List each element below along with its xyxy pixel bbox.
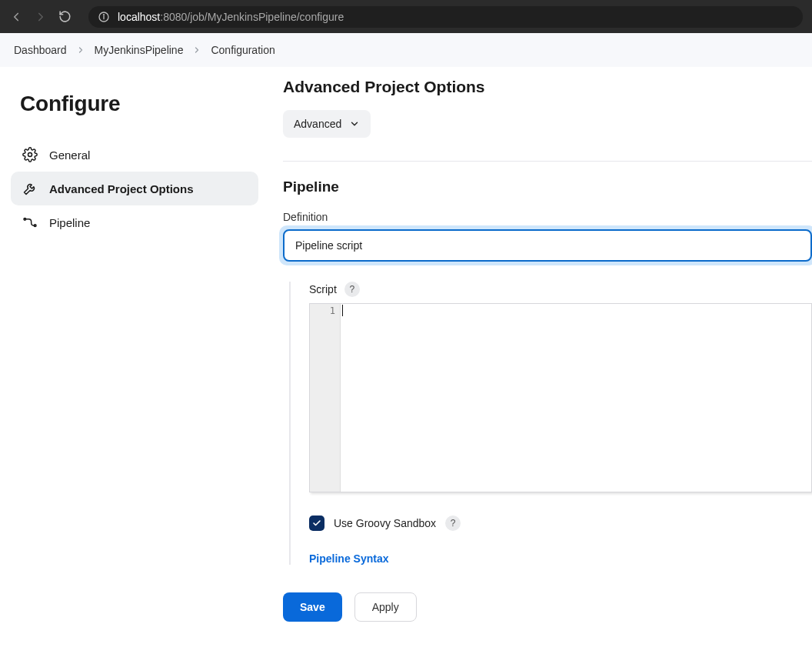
sidebar-item-advanced-project-options[interactable]: Advanced Project Options <box>11 172 258 205</box>
editor-cursor <box>342 305 343 316</box>
breadcrumb-job[interactable]: MyJenkinsPipeline <box>95 44 184 56</box>
section-divider <box>283 161 812 162</box>
browser-forward-button[interactable] <box>34 10 48 24</box>
groovy-sandbox-checkbox[interactable] <box>309 516 324 531</box>
sandbox-help-button[interactable]: ? <box>445 516 461 531</box>
save-button[interactable]: Save <box>283 592 342 622</box>
browser-back-button[interactable] <box>9 10 23 24</box>
apply-button[interactable]: Apply <box>354 592 417 622</box>
sidebar-item-general[interactable]: General <box>11 138 258 172</box>
site-info-icon[interactable] <box>98 11 110 23</box>
wrench-icon <box>22 181 38 196</box>
script-label: Script <box>309 283 337 295</box>
definition-select-value: Pipeline script <box>295 239 362 252</box>
advanced-project-options-heading: Advanced Project Options <box>283 78 812 96</box>
pipeline-script-block: Script ? 1 Use Groovy Sandbox ? Pipeline… <box>289 282 812 565</box>
pipeline-heading: Pipeline <box>283 179 812 195</box>
script-editor[interactable]: 1 <box>309 303 812 492</box>
chevron-right-icon <box>192 45 201 55</box>
definition-select[interactable]: Pipeline script <box>283 229 812 262</box>
browser-toolbar: localhost:8080/job/MyJenkinsPipeline/con… <box>0 0 812 33</box>
footer-buttons: Save Apply <box>283 592 812 622</box>
advanced-button-label: Advanced <box>294 118 341 130</box>
svg-point-2 <box>103 14 104 15</box>
editor-gutter: 1 <box>310 304 341 492</box>
script-help-button[interactable]: ? <box>344 282 360 297</box>
pipeline-icon <box>22 215 38 230</box>
sidebar-item-label: Pipeline <box>49 216 90 229</box>
pipeline-syntax-link[interactable]: Pipeline Syntax <box>309 552 388 565</box>
advanced-toggle-button[interactable]: Advanced <box>283 110 371 138</box>
url-text: localhost:8080/job/MyJenkinsPipeline/con… <box>118 11 344 23</box>
content-area: Advanced Project Options Advanced Pipeli… <box>269 67 812 652</box>
line-number: 1 <box>310 305 340 317</box>
sidebar-item-pipeline[interactable]: Pipeline <box>11 205 258 239</box>
chevron-down-icon <box>349 118 360 129</box>
breadcrumb: Dashboard MyJenkinsPipeline Configuratio… <box>0 33 812 67</box>
groovy-sandbox-label: Use Groovy Sandbox <box>334 517 436 529</box>
definition-label: Definition <box>283 211 812 223</box>
editor-body[interactable] <box>341 304 811 492</box>
sidebar: Configure General Advanced Project Optio… <box>0 67 269 258</box>
chevron-right-icon <box>76 45 85 55</box>
sidebar-item-label: Advanced Project Options <box>49 182 194 195</box>
gear-icon <box>22 147 38 162</box>
svg-point-3 <box>28 153 32 157</box>
breadcrumb-dashboard[interactable]: Dashboard <box>14 44 67 56</box>
sidebar-item-label: General <box>49 148 90 162</box>
breadcrumb-configuration[interactable]: Configuration <box>211 44 275 56</box>
browser-url-bar[interactable]: localhost:8080/job/MyJenkinsPipeline/con… <box>88 6 803 28</box>
page-title: Configure <box>20 92 258 116</box>
browser-reload-button[interactable] <box>58 10 72 23</box>
